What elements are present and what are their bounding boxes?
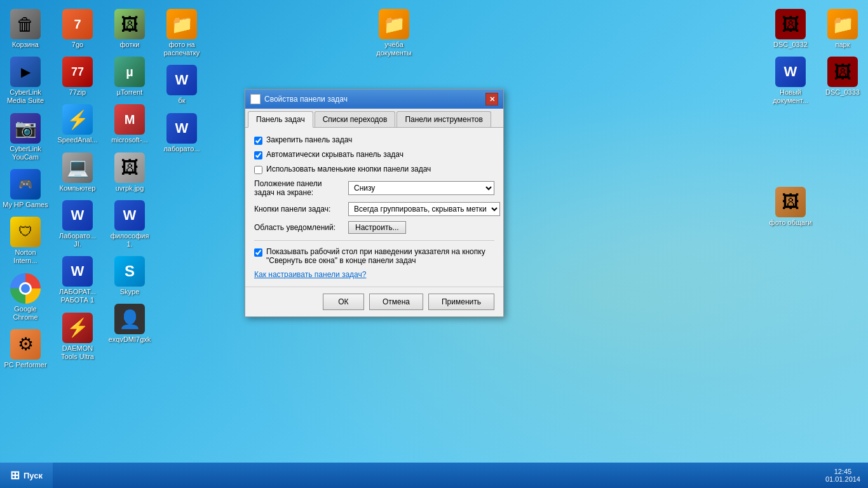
desktop-icon-bk[interactable]: W бк (156, 62, 207, 107)
desktop-icon-myhp[interactable]: 🎮 My HP Games (0, 166, 51, 212)
icon-label-7go: 7go (72, 41, 83, 49)
ok-button[interactable]: ОК (323, 294, 364, 310)
desktop-icon-youcam[interactable]: 📷 CyberLink YouCam (0, 111, 51, 164)
desktop-icon-photos[interactable]: 🖼 фотки (104, 6, 155, 51)
desktop-icon-newdoc[interactable]: W Новый документ... (765, 54, 816, 107)
desktop-icon-lab2[interactable]: W лаборато... (156, 111, 207, 156)
labo2-icon: W (62, 256, 93, 287)
icon-uchebaDoc-wrapper: 📁 учёба документы (369, 6, 419, 60)
desktop-icon-chrome[interactable]: Google Chrome (0, 271, 51, 324)
icon-label-bk: бк (178, 97, 185, 105)
desktop-icon-dsc333[interactable]: 🖼 DSC_0333 (817, 54, 868, 99)
icon-label-philo: философия 1. (107, 232, 153, 248)
icon-label-uchebaDoc: учёба документы (371, 41, 417, 57)
icon-label-youcam: CyberLink YouCam (3, 145, 48, 161)
tab-jumplists[interactable]: Списки переходов (315, 111, 396, 127)
desktop-icon-7zip[interactable]: 77 77zip (52, 54, 103, 99)
icon-label-7zip: 77zip (69, 88, 86, 97)
desktop-icon-cyberlink[interactable]: ▶ CyberLink Media Suite (0, 54, 51, 107)
icon-column-right2: 🖼 DSC_0332 W Новый документ... 🖼 фото об… (765, 6, 816, 229)
checkbox-autohide-label: Автоматически скрывать панель задач (266, 150, 403, 159)
desktop-icon-skype[interactable]: S Skype (104, 254, 155, 299)
position-field-label: Положение панелизадач на экране: (254, 179, 343, 197)
cyberlink-icon: ▶ (10, 57, 41, 87)
desktop-icon-pcperf[interactable]: ⚙ PC Performer (0, 327, 51, 372)
divider (254, 240, 494, 241)
desktop-icon-dsc332[interactable]: 🖼 DSC_0332 (765, 6, 816, 51)
icon-label-chrome: Google Chrome (3, 305, 48, 322)
taskbar-clock[interactable]: 12:45 01.01.2014 (818, 468, 868, 483)
icon-label-photos: фотки (120, 41, 140, 49)
checkbox-small[interactable] (254, 166, 262, 174)
clock-time: 12:45 (825, 468, 860, 475)
dialog-title-icon: ☰ (250, 94, 261, 104)
icon-column-3: 🖼 фотки µ µTorrent M microsoft-... 🖼 uvr… (104, 6, 155, 347)
tab-toolbars[interactable]: Панели инструментов (397, 111, 491, 127)
position-select[interactable]: Снизу Сверху Слева Справа (348, 181, 494, 195)
desktop-icon-daemon[interactable]: ⚡ DAEMON Tools Ultra (52, 310, 103, 363)
checkbox-autohide[interactable] (254, 151, 262, 159)
skype-icon: S (114, 256, 145, 287)
bk-icon: W (166, 65, 197, 95)
desktop-icon-speedanal[interactable]: ⚡ SpeedAnal... (52, 102, 103, 147)
desktop-icon-park[interactable]: 📁 парк (817, 6, 868, 51)
icon-label-skype: Skype (120, 288, 140, 296)
icon-label-daemon: DAEMON Tools Ultra (55, 344, 100, 361)
icon-label-park: парк (835, 41, 850, 49)
icon-label-labo2: ЛАБОРАТ... РАБОТА 1 (55, 288, 100, 304)
apply-button[interactable]: Применить (428, 294, 494, 310)
desktop-icon-trash[interactable]: 🗑 Корзина (0, 6, 51, 51)
desktop-icon-comp[interactable]: 💻 Компьютер (52, 150, 103, 195)
icon-label-cyberlink: CyberLink Media Suite (3, 88, 48, 105)
park-icon: 📁 (827, 9, 858, 39)
desktop-icon-labo[interactable]: W Лаборато... JI. (52, 198, 103, 251)
desktop-icon-uchebaDoc[interactable]: 📁 учёба документы (369, 6, 419, 60)
buttons-select[interactable]: Всегда группировать, скрывать метки Груп… (348, 202, 500, 216)
lab2-icon: W (166, 113, 197, 144)
desktop-icon-msoffice[interactable]: M microsoft-... (104, 102, 155, 147)
icon-label-myhp: My HP Games (3, 201, 48, 209)
icon-column-1: 🗑 Корзина ▶ CyberLink Media Suite 📷 Cybe… (0, 6, 51, 372)
icon-label-comp: Компьютер (60, 184, 96, 193)
desktop-icon-norton[interactable]: 🛡 Norton Intern... (0, 214, 51, 268)
desktop-icon-jpg[interactable]: 🖼 uvrpk.jpg (104, 150, 155, 195)
start-button[interactable]: ⊞ Пуск (0, 463, 53, 488)
checkbox-show-desktop[interactable] (254, 248, 262, 257)
notifications-configure-button[interactable]: Настроить... (348, 221, 406, 234)
speedanal-icon: ⚡ (62, 104, 93, 135)
icon-column-2: 7 7go 77 77zip ⚡ SpeedAnal... 💻 Компьюте… (52, 6, 103, 363)
cancel-button[interactable]: Отмена (369, 294, 423, 310)
taskbar-items (53, 463, 818, 488)
tab-taskbar[interactable]: Панель задач (248, 111, 313, 128)
desktop-icon-utorrent[interactable]: µ µTorrent (104, 54, 155, 99)
desktop-icon-folder-print[interactable]: 📁 фото на распечатку (156, 6, 207, 60)
desktop-icon-photo3[interactable]: 🖼 фото общаги (765, 184, 816, 229)
trash-icon: 🗑 (10, 9, 41, 39)
dialog-titlebar: ☰ Свойства панели задач ✕ (245, 90, 503, 109)
buttons-field-label: Кнопки панели задач: (254, 205, 343, 214)
desktop-icon-labo2[interactable]: W ЛАБОРАТ... РАБОТА 1 (52, 254, 103, 307)
dsc333-icon: 🖼 (827, 57, 858, 87)
icon-label-pcperf: PC Performer (4, 361, 46, 369)
newdoc-icon: W (775, 57, 806, 87)
checkbox-small-row: Использовать маленькие кнопки панели зад… (254, 165, 494, 174)
checkbox-lock-label: Закрепить панель задач (266, 135, 352, 144)
norton-icon: 🛡 (10, 217, 41, 247)
taskbar-properties-dialog[interactable]: ☰ Свойства панели задач ✕ Панель задач С… (245, 89, 504, 317)
desktop-icon-photo2[interactable]: 👤 exqvDMI7gxk (104, 301, 155, 346)
icon-label-msoffice: microsoft-... (111, 136, 147, 144)
dialog-close-button[interactable]: ✕ (485, 93, 498, 105)
dialog-tab-content: Закрепить панель задач Автоматически скр… (245, 128, 503, 287)
photo3-icon: 🖼 (775, 187, 806, 217)
labo-icon: W (62, 200, 93, 231)
icon-label-newdoc: Новый документ... (768, 88, 813, 105)
icon-label-photo2: exqvDMI7gxk (109, 336, 151, 344)
desktop-icon-7go[interactable]: 7 7go (52, 6, 103, 51)
checkbox-lock[interactable] (254, 137, 262, 145)
help-link[interactable]: Как настраивать панели задач? (254, 270, 494, 279)
icon-label-trash: Корзина (12, 41, 39, 49)
pcperf-icon: ⚙ (10, 329, 41, 360)
desktop-icon-philo[interactable]: W философия 1. (104, 198, 155, 251)
photo2-icon: 👤 (114, 304, 145, 334)
buttons-field-row: Кнопки панели задач: Всегда группировать… (254, 202, 494, 216)
